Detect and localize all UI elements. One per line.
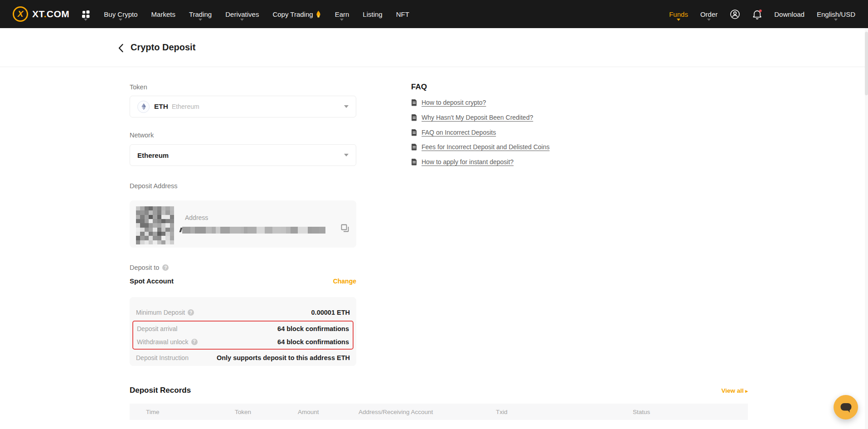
deposit-arrival-label: Deposit arrival: [137, 325, 177, 332]
apps-grid-icon[interactable]: [81, 0, 90, 28]
minimum-deposit-value: 0.00001 ETH: [311, 309, 350, 316]
nav-item-derivatives[interactable]: Derivatives: [225, 0, 259, 28]
faq-link-fees-delisted-coins[interactable]: Fees for Incorrect Deposit and Delisted …: [411, 143, 549, 151]
deposit-records-header: Deposit Records View all ▸: [130, 385, 748, 396]
nav-item-funds[interactable]: Funds: [669, 0, 688, 28]
chat-icon: [840, 402, 852, 413]
nav-right-group: Funds Order: [657, 0, 855, 28]
xt-logo-text: XT.COM: [32, 9, 69, 20]
flame-icon: [315, 10, 321, 18]
notification-dot: [759, 10, 762, 12]
nav-label: Listing: [363, 10, 382, 18]
account-button[interactable]: [730, 0, 740, 28]
nav-label: Markets: [151, 10, 175, 18]
scrollbar-track[interactable]: [865, 28, 868, 429]
help-icon[interactable]: ?: [188, 309, 194, 316]
back-button[interactable]: [118, 43, 128, 53]
faq-link-label: Why Hasn't My Deposit Been Credited?: [422, 114, 533, 121]
chevron-down-icon: [340, 19, 344, 21]
page-title: Crypto Deposit: [131, 42, 195, 53]
deposit-account-row: Spot Account Change: [130, 277, 356, 285]
deposit-instruction-row: Deposit Instruction Only supports deposi…: [132, 351, 354, 365]
page-header: Crypto Deposit: [0, 28, 868, 67]
nav-item-order[interactable]: Order: [700, 0, 718, 28]
crypto-deposit-page: X XT.COM Buy Crypto Markets Trading Deri…: [0, 0, 868, 429]
column-token: Token: [235, 409, 298, 415]
faq-title: FAQ: [411, 83, 427, 92]
faq-link-incorrect-deposits[interactable]: FAQ on Incorrect Deposits: [411, 129, 496, 136]
faq-link-deposit-not-credited[interactable]: Why Hasn't My Deposit Been Credited?: [411, 114, 533, 121]
faq-link-label: FAQ on Incorrect Deposits: [422, 129, 496, 136]
help-icon[interactable]: ?: [191, 339, 198, 345]
nav-item-markets[interactable]: Markets: [151, 0, 175, 28]
chevron-down-icon: [84, 19, 87, 21]
eth-icon: [137, 101, 150, 113]
nav-item-download[interactable]: Download: [774, 0, 805, 28]
scrollbar-thumb[interactable]: [865, 32, 868, 95]
chevron-down-icon: [834, 19, 838, 21]
address-field-label: Address: [185, 214, 208, 221]
nav-label: English/USD: [817, 10, 855, 18]
qr-code-blurred: [136, 206, 174, 244]
deposit-arrival-value: 64 block confirmations: [277, 325, 349, 332]
token-name: Ethereum: [172, 103, 199, 110]
change-account-button[interactable]: Change: [333, 278, 356, 285]
faq-link-label: How to apply for instant deposit?: [422, 158, 514, 166]
document-icon: [411, 114, 417, 121]
column-address: Address/Receiving Account: [359, 409, 496, 415]
chevron-down-icon: [707, 19, 711, 21]
withdrawal-unlock-label: Withdrawal unlock: [137, 338, 189, 346]
nav-item-earn[interactable]: Earn: [335, 0, 349, 28]
nav-item-trading[interactable]: Trading: [189, 0, 212, 28]
deposit-instruction-label: Deposit Instruction: [136, 354, 189, 361]
network-value: Ethereum: [137, 151, 169, 159]
chevron-down-icon: [199, 19, 202, 21]
token-symbol: ETH: [154, 102, 168, 111]
column-time: Time: [146, 409, 235, 415]
nav-label: Order: [700, 10, 718, 18]
xt-logo[interactable]: X XT.COM: [13, 6, 69, 22]
nav-label: Copy Trading: [272, 10, 313, 18]
help-icon[interactable]: ?: [162, 264, 169, 271]
copy-icon: [340, 223, 350, 233]
nav-label: Earn: [335, 10, 349, 18]
withdrawal-unlock-row: Withdrawal unlock? 64 block confirmation…: [133, 335, 353, 348]
network-label: Network: [130, 132, 154, 139]
nav-item-buy-crypto[interactable]: Buy Crypto: [104, 0, 137, 28]
arrow-right-icon: ▸: [745, 388, 748, 394]
deposit-records-title: Deposit Records: [130, 386, 191, 395]
confirmation-highlight-box: Deposit arrival 64 block confirmations W…: [132, 321, 354, 350]
faq-link-label: How to deposit crypto?: [422, 99, 486, 106]
deposit-records-section: Deposit Records View all ▸ Time Token Am…: [130, 385, 748, 420]
minimum-deposit-row: Minimum Deposit? 0.00001 ETH: [132, 306, 354, 319]
deposit-address-card: Address: [130, 200, 356, 248]
user-icon: [730, 9, 740, 20]
deposit-address-label: Deposit Address: [130, 182, 178, 190]
notifications-button[interactable]: [752, 0, 762, 28]
language-currency-selector[interactable]: English/USD: [817, 0, 855, 28]
nav-item-nft[interactable]: NFT: [396, 0, 409, 28]
document-icon: [411, 129, 417, 136]
deposit-account-value: Spot Account: [130, 277, 174, 285]
support-chat-button[interactable]: [834, 395, 858, 419]
copy-address-button[interactable]: [340, 223, 350, 235]
deposit-to-row: Deposit to ?: [130, 264, 169, 271]
view-all-button[interactable]: View all ▸: [721, 387, 748, 394]
xt-logo-icon: X: [13, 6, 28, 22]
token-select[interactable]: ETH Ethereum: [130, 96, 356, 117]
chevron-down-icon: [677, 19, 680, 21]
document-icon: [411, 144, 417, 151]
nav-label: Download: [774, 10, 805, 18]
chevron-down-icon: [344, 105, 349, 108]
network-select[interactable]: Ethereum: [130, 144, 356, 166]
token-label: Token: [130, 83, 147, 91]
nav-item-listing[interactable]: Listing: [363, 0, 382, 28]
bell-icon: [752, 9, 762, 20]
faq-link-how-to-deposit[interactable]: How to deposit crypto?: [411, 99, 486, 106]
records-table-header: Time Token Amount Address/Receiving Acco…: [130, 404, 748, 420]
document-icon: [411, 99, 417, 106]
faq-link-instant-deposit[interactable]: How to apply for instant deposit?: [411, 158, 514, 166]
nav-item-copy-trading[interactable]: Copy Trading: [272, 0, 321, 28]
chevron-down-icon: [344, 154, 349, 156]
chevron-down-icon: [240, 19, 244, 21]
